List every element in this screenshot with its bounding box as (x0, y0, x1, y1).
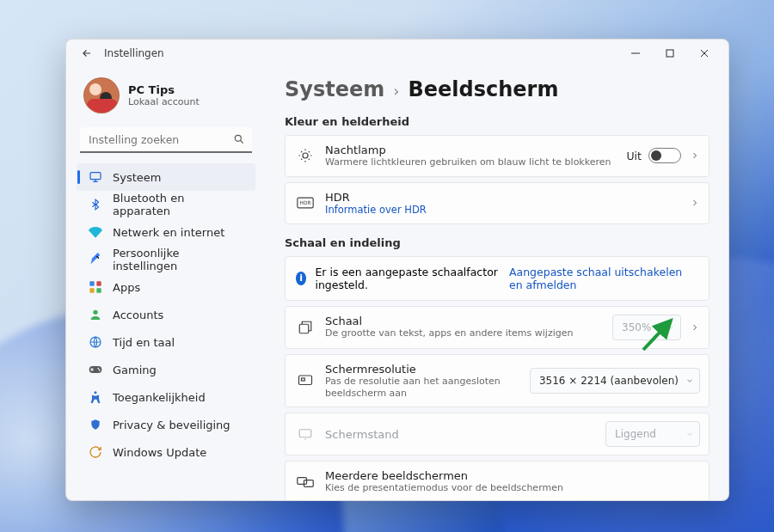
svg-rect-2 (90, 173, 101, 180)
account-name: PC Tips (128, 83, 200, 96)
multi-display-icon (296, 474, 315, 490)
bluetooth-icon (89, 198, 102, 211)
sidebar-item-access[interactable]: Toegankelijkheid (77, 383, 255, 411)
chevron-down-icon (685, 430, 694, 438)
svg-rect-19 (299, 430, 311, 437)
sidebar-item-label: Systeem (113, 171, 161, 184)
chevron-down-icon (666, 323, 675, 332)
row-title: HDR (325, 191, 679, 204)
chevron-right-icon: › (393, 82, 399, 100)
svg-point-10 (97, 368, 99, 370)
svg-rect-18 (302, 378, 305, 381)
search-box[interactable] (80, 127, 252, 153)
sidebar-item-gaming[interactable]: Gaming (77, 356, 255, 383)
search-input[interactable] (80, 127, 252, 153)
brush-icon (89, 253, 102, 266)
account-type: Lokaal account (128, 96, 200, 107)
sidebar-item-label: Privacy & beveiliging (113, 419, 230, 431)
svg-rect-4 (96, 281, 101, 285)
nightlight-icon (296, 148, 315, 163)
sidebar-item-wifi[interactable]: Netwerk en internet (77, 218, 255, 246)
breadcrumb-current: Beeldscherm (408, 77, 558, 101)
chevron-right-icon (690, 198, 700, 208)
row-title: Schermresolutie (325, 363, 519, 376)
row-scale[interactable]: Schaal De grootte van tekst, apps en and… (285, 306, 710, 349)
resolution-icon (296, 373, 315, 388)
sidebar-item-label: Persoonlijke instellingen (113, 247, 245, 272)
apps-icon (89, 280, 102, 294)
account-block[interactable]: PC Tips Lokaal account (71, 72, 261, 122)
orientation-icon (296, 426, 315, 442)
svg-point-12 (94, 391, 96, 394)
sidebar-item-system[interactable]: Systeem (77, 163, 255, 191)
svg-rect-17 (299, 376, 312, 385)
row-nightlight[interactable]: Nachtlamp Warmere lichtkleuren gebruiken… (285, 135, 710, 177)
sidebar-item-brush[interactable]: Persoonlijke instellingen (77, 246, 255, 273)
scale-icon (296, 320, 315, 335)
svg-rect-21 (298, 477, 307, 484)
sidebar-item-bluetooth[interactable]: Bluetooth en apparaten (77, 191, 255, 218)
sidebar-item-update[interactable]: Windows Update (77, 438, 255, 466)
sidebar-item-label: Windows Update (113, 446, 206, 459)
access-icon (89, 390, 102, 404)
system-icon (89, 170, 102, 184)
sidebar-item-label: Toegankelijkheid (113, 391, 206, 404)
row-resolution[interactable]: Schermresolutie Pas de resolutie aan het… (285, 354, 710, 408)
section-title-color: Kleur en helderheid (285, 115, 710, 128)
sidebar-item-label: Bluetooth en apparaten (113, 192, 245, 217)
hdr-info-link[interactable]: Informatie over HDR (325, 204, 679, 216)
row-title: Schaal (325, 315, 602, 327)
gaming-icon (89, 363, 102, 376)
nightlight-toggle[interactable] (648, 148, 681, 163)
globe-icon (89, 335, 102, 349)
sidebar-item-label: Gaming (113, 364, 157, 376)
sidebar-item-label: Apps (113, 281, 140, 294)
back-button[interactable] (75, 41, 99, 65)
chevron-right-icon (690, 322, 700, 333)
svg-point-1 (235, 135, 241, 141)
hdr-icon: HDR (296, 197, 315, 209)
sidebar-item-label: Accounts (113, 309, 163, 321)
svg-point-20 (304, 439, 306, 441)
row-hdr[interactable]: HDR HDR Informatie over HDR (285, 182, 710, 224)
row-title: Schermstand (325, 428, 595, 441)
close-button[interactable] (687, 41, 722, 65)
row-orientation: Schermstand Liggend (285, 413, 710, 456)
sidebar-item-account[interactable]: Accounts (77, 301, 255, 328)
svg-rect-5 (89, 288, 94, 292)
titlebar: Instellingen (66, 40, 728, 67)
window-title: Instellingen (104, 47, 164, 59)
maximize-button[interactable] (653, 41, 687, 65)
resolution-dropdown[interactable]: 3516 × 2214 (aanbevolen) (530, 368, 700, 394)
svg-point-13 (303, 153, 308, 158)
dropdown-value: 3516 × 2214 (aanbevolen) (539, 375, 679, 387)
info-icon: i (296, 272, 306, 285)
row-title: Meerdere beeldschermen (325, 469, 700, 482)
scale-dropdown[interactable]: 350% (612, 315, 681, 340)
sidebar-item-shield[interactable]: Privacy & beveiliging (77, 411, 255, 438)
svg-text:HDR: HDR (300, 201, 311, 206)
wifi-icon (89, 225, 102, 239)
breadcrumb-parent[interactable]: Systeem (285, 77, 384, 101)
disable-custom-scale-link[interactable]: Aangepaste schaal uitschakelen en afmeld… (509, 266, 698, 291)
main-content: Systeem › Beeldscherm Kleur en helderhei… (266, 67, 728, 500)
minimize-button[interactable] (618, 41, 653, 65)
row-title: Nachtlamp (325, 144, 616, 156)
row-sub: Pas de resolutie aan het aangesloten bee… (325, 376, 519, 400)
svg-point-11 (99, 370, 101, 371)
svg-rect-22 (304, 480, 313, 486)
avatar (83, 77, 120, 113)
row-multiple-displays[interactable]: Meerdere beeldschermen Kies de presentat… (285, 461, 710, 500)
svg-rect-0 (666, 50, 673, 57)
svg-point-7 (93, 310, 97, 315)
row-sub: De grootte van tekst, apps en andere ite… (325, 327, 602, 339)
sidebar-item-globe[interactable]: Tijd en taal (77, 328, 255, 356)
chevron-right-icon (690, 150, 700, 161)
row-sub: Kies de presentatiemodus voor de beeldsc… (325, 482, 700, 494)
search-icon (233, 133, 245, 145)
svg-rect-6 (96, 288, 101, 292)
shield-icon (89, 418, 102, 431)
sidebar: PC Tips Lokaal account SysteemBluetooth … (66, 67, 266, 500)
sidebar-item-apps[interactable]: Apps (77, 273, 255, 301)
update-icon (89, 445, 102, 459)
